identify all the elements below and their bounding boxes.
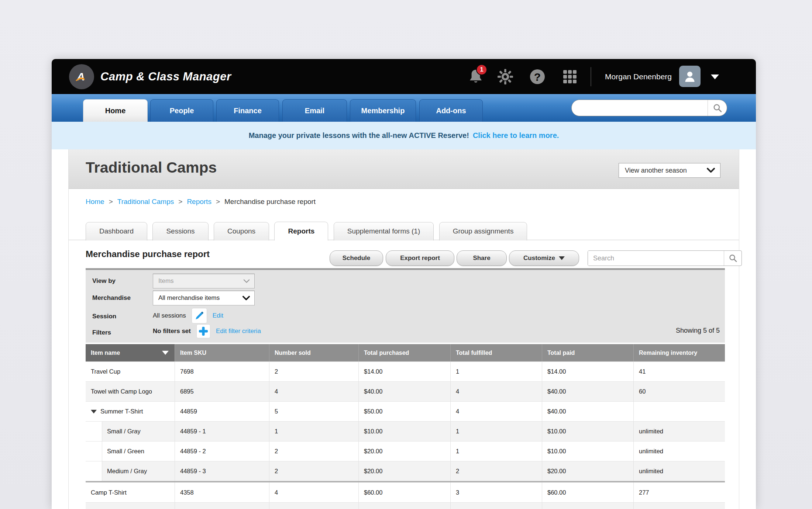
report-search-button[interactable] bbox=[724, 251, 742, 266]
cell-total-fulfilled: 3 bbox=[451, 482, 542, 502]
cell-item-name: Small / Green bbox=[86, 442, 175, 461]
global-search bbox=[571, 100, 727, 116]
collapse-triangle-icon[interactable] bbox=[91, 410, 97, 413]
cell-total-paid: $10.00 bbox=[542, 442, 634, 461]
cell-total-paid: $40.00 bbox=[542, 382, 634, 401]
app-window: A Camp & Class Manager 1 bbox=[52, 59, 756, 509]
tab-reports[interactable]: Reports bbox=[274, 222, 328, 240]
cell-total-purchased: $20.00 bbox=[359, 461, 451, 481]
account-chevron-down-icon[interactable] bbox=[711, 75, 719, 79]
tab-sessions[interactable]: Sessions bbox=[152, 222, 208, 240]
share-button[interactable]: Share bbox=[457, 250, 507, 266]
cell-number-sold: 2 bbox=[269, 362, 359, 381]
breadcrumb-separator: > bbox=[216, 198, 220, 206]
column-header-number-sold[interactable]: Number sold bbox=[269, 344, 359, 361]
filter-panel: View by Items Merchandise All merchandis… bbox=[86, 270, 725, 343]
cell-number-sold: 2 bbox=[269, 442, 359, 461]
customize-caret-icon bbox=[559, 256, 565, 260]
global-search-button[interactable] bbox=[708, 100, 727, 116]
cell-item-name[interactable]: Summer T-Shirt bbox=[86, 402, 175, 421]
add-filter-plus-icon[interactable] bbox=[197, 325, 210, 338]
column-header-item-name[interactable]: Item name bbox=[86, 344, 175, 361]
merchandise-label: Merchandise bbox=[92, 294, 131, 302]
cell-number-sold: 2 bbox=[269, 461, 359, 481]
content-area: Traditional Camps View another season Ho… bbox=[68, 149, 739, 509]
column-header-item-sku[interactable]: Item SKU bbox=[175, 344, 269, 361]
cell-number-sold: 4 bbox=[269, 482, 359, 502]
view-by-label: View by bbox=[92, 277, 116, 285]
chevron-down-icon bbox=[707, 168, 715, 173]
nav-tab-addons[interactable]: Add-ons bbox=[419, 99, 483, 122]
help-icon[interactable]: ? bbox=[529, 68, 546, 86]
tab-supplemental-forms[interactable]: Supplemental forms (1) bbox=[334, 222, 434, 240]
cell-number-sold: 1 bbox=[269, 422, 359, 441]
cell-total-fulfilled: 1 bbox=[451, 442, 542, 461]
cell-remaining-inventory: 277 bbox=[634, 482, 725, 502]
cell-total-fulfilled: 1 bbox=[451, 362, 542, 381]
cell-remaining-inventory: unlimited bbox=[634, 442, 725, 461]
tab-group-assignments[interactable]: Group assignments bbox=[439, 222, 527, 240]
avatar[interactable] bbox=[679, 66, 701, 87]
settings-gear-icon[interactable] bbox=[496, 68, 514, 86]
nav-tab-email[interactable]: Email bbox=[282, 99, 347, 122]
global-search-input[interactable] bbox=[572, 100, 708, 116]
column-header-total-purchased[interactable]: Total purchased bbox=[359, 344, 451, 361]
report-search-input[interactable] bbox=[588, 251, 724, 266]
brand-title: Camp & Class Manager bbox=[100, 59, 231, 94]
schedule-button[interactable]: Schedule bbox=[330, 250, 383, 266]
promo-banner: Manage your private lessons with the all… bbox=[52, 122, 756, 149]
column-header-remaining-inventory[interactable]: Remaining inventory bbox=[634, 344, 725, 361]
breadcrumb-separator: > bbox=[178, 198, 182, 206]
cell-total-paid: $14.00 bbox=[542, 362, 634, 381]
cell-remaining-inventory: unlimited bbox=[634, 461, 725, 481]
filters-label: Filters bbox=[92, 329, 111, 336]
session-edit-link[interactable]: Edit bbox=[213, 312, 223, 319]
notification-count-badge[interactable]: 1 bbox=[476, 64, 487, 75]
cell-item-sku: 44859 - 3 bbox=[175, 461, 269, 481]
session-label: Session bbox=[92, 313, 116, 320]
nav-tab-people[interactable]: People bbox=[150, 99, 213, 122]
nav-tab-home[interactable]: Home bbox=[83, 99, 148, 122]
cell-total-purchased: $14.00 bbox=[359, 362, 451, 381]
cell-item-name: Towel with Camp Logo bbox=[86, 382, 175, 401]
cell-total-purchased: $20.00 bbox=[359, 442, 451, 461]
customize-button[interactable]: Customize bbox=[509, 250, 579, 266]
table-row-group: Summer T-Shirt 44859 5 $50.00 4 $40.00 bbox=[86, 401, 725, 421]
top-header-bar: A Camp & Class Manager 1 bbox=[52, 59, 756, 94]
season-selector[interactable]: View another season bbox=[619, 163, 720, 178]
column-header-total-fulfilled[interactable]: Total fulfilled bbox=[451, 344, 542, 361]
cell-total-fulfilled: 2 bbox=[451, 461, 542, 481]
export-report-button[interactable]: Export report bbox=[386, 250, 454, 266]
cell-total-paid: $10.00 bbox=[542, 422, 634, 441]
cell-number-sold: 4 bbox=[269, 382, 359, 401]
cell-remaining-inventory: 41 bbox=[634, 362, 725, 381]
cell-remaining-inventory: unlimited bbox=[634, 422, 725, 441]
page-header-band: Traditional Camps View another season bbox=[69, 149, 739, 189]
edit-filter-criteria-link[interactable]: Edit filter criteria bbox=[216, 328, 261, 335]
breadcrumb: Home > Traditional Camps > Reports > Mer… bbox=[69, 189, 739, 215]
cell-total-fulfilled: 1 bbox=[451, 422, 542, 441]
user-name[interactable]: Morgan Denenberg bbox=[605, 59, 672, 94]
showing-count: Showing 5 of 5 bbox=[676, 327, 720, 335]
column-header-total-paid[interactable]: Total paid bbox=[542, 344, 634, 361]
edit-pencil-icon[interactable] bbox=[192, 308, 207, 323]
breadcrumb-home[interactable]: Home bbox=[86, 198, 104, 206]
tab-coupons[interactable]: Coupons bbox=[214, 222, 269, 240]
promo-learn-more-link[interactable]: Click here to learn more. bbox=[473, 131, 559, 140]
tab-dashboard[interactable]: Dashboard bbox=[86, 222, 147, 240]
session-value: All sessions bbox=[153, 312, 186, 319]
table-header-row: Item name Item SKU Number sold Total pur… bbox=[86, 344, 725, 361]
svg-text:A: A bbox=[76, 70, 85, 83]
cell-total-fulfilled: 4 bbox=[451, 382, 542, 401]
table-row-variant: Small / Green 44859 - 2 2 $20.00 1 $10.0… bbox=[86, 441, 725, 461]
nav-tab-finance[interactable]: Finance bbox=[216, 99, 279, 122]
merchandise-select[interactable]: All merchandise items bbox=[153, 291, 255, 305]
table-row-partial bbox=[86, 502, 725, 509]
breadcrumb-traditional-camps[interactable]: Traditional Camps bbox=[117, 198, 174, 206]
breadcrumb-reports[interactable]: Reports bbox=[187, 198, 211, 206]
view-by-select[interactable]: Items bbox=[153, 274, 255, 288]
cell-item-sku: 6895 bbox=[175, 382, 269, 401]
nav-tab-membership[interactable]: Membership bbox=[350, 99, 416, 122]
chevron-down-icon bbox=[242, 296, 250, 301]
apps-grid-icon[interactable] bbox=[561, 68, 579, 86]
